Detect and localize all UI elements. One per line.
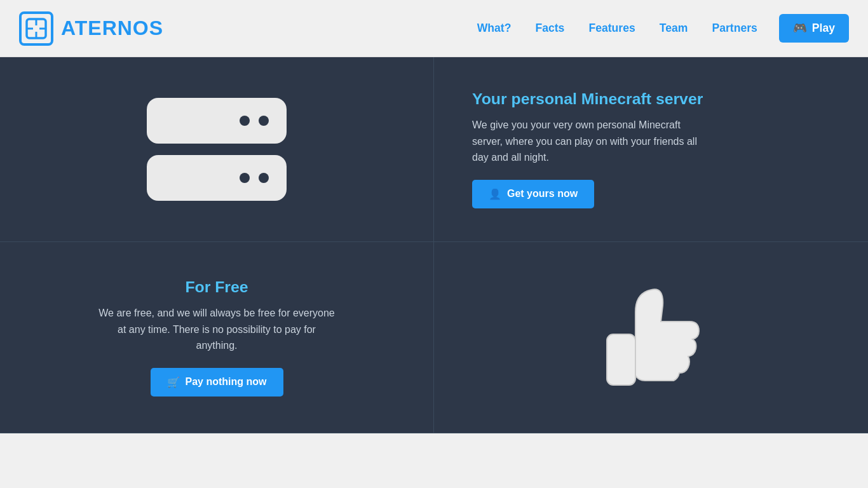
free-description: We are free, and we will always be free … (96, 305, 337, 354)
logo-area: ATERNOS (19, 11, 163, 46)
server-dot-4 (259, 173, 269, 183)
pay-nothing-label: Pay nothing now (186, 376, 267, 388)
server-block-top (147, 98, 287, 144)
controller-icon (793, 22, 807, 35)
logo-icon (19, 11, 53, 46)
hero-row: Your personal Minecraft server We give y… (0, 57, 868, 242)
nav-team[interactable]: Team (651, 17, 697, 40)
nav-partners[interactable]: Partners (703, 17, 766, 40)
thumbs-illustration-cell (434, 242, 868, 433)
cart-icon (167, 376, 180, 388)
thumbs-up-icon (588, 274, 715, 401)
free-text-cell: For Free We are free, and we will always… (0, 242, 434, 433)
server-illustration-cell (0, 57, 434, 241)
nav-what[interactable]: What? (468, 17, 520, 40)
pay-nothing-button[interactable]: Pay nothing now (151, 368, 283, 396)
server-dot-1 (240, 116, 250, 126)
get-yours-label: Get yours now (507, 188, 578, 200)
get-yours-button[interactable]: Get yours now (472, 180, 594, 208)
hero-title: Your personal Minecraft server (472, 90, 703, 108)
server-block-bottom (147, 155, 287, 201)
user-icon (489, 188, 501, 200)
server-illustration (147, 98, 287, 201)
svg-rect-6 (607, 334, 635, 385)
main-content: Your personal Minecraft server We give y… (0, 57, 868, 433)
nav-facts[interactable]: Facts (526, 17, 573, 40)
svg-rect-0 (20, 13, 52, 44)
nav: What? Facts Features Team Partners Play (468, 14, 849, 43)
free-title: For Free (185, 278, 248, 296)
nav-features[interactable]: Features (580, 17, 644, 40)
play-button-label: Play (812, 22, 835, 35)
free-row: For Free We are free, and we will always… (0, 242, 868, 433)
hero-text-cell: Your personal Minecraft server We give y… (434, 57, 868, 241)
header: ATERNOS What? Facts Features Team Partne… (0, 0, 868, 57)
hero-description: We give you your very own personal Minec… (472, 117, 714, 166)
server-dot-3 (240, 173, 250, 183)
logo-text: ATERNOS (61, 17, 163, 40)
server-dot-2 (259, 116, 269, 126)
play-button[interactable]: Play (779, 14, 849, 43)
